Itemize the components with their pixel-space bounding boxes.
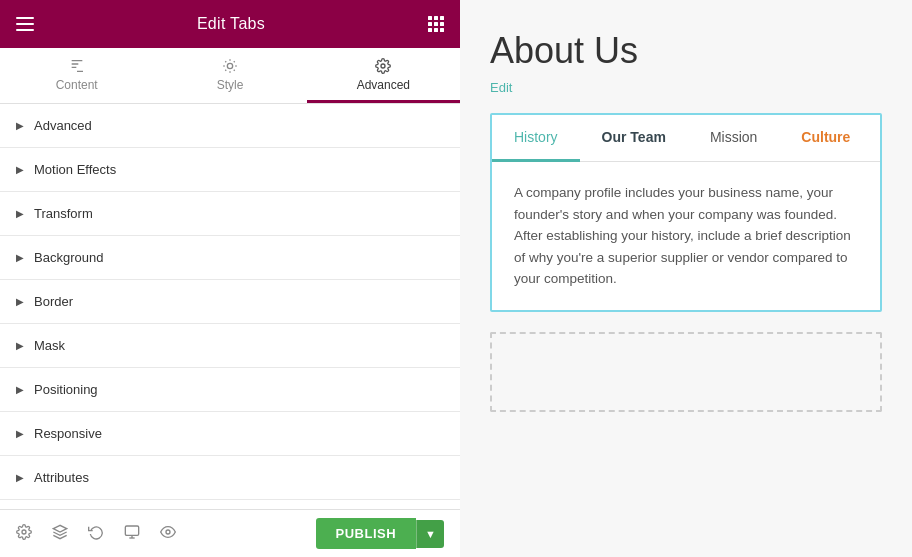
accordion-attributes: ▶ Attributes <box>0 456 460 500</box>
svg-point-13 <box>381 64 385 68</box>
tab-mission[interactable]: Mission <box>688 115 779 162</box>
responsive-icon[interactable] <box>124 524 140 544</box>
tab-content-label: Content <box>56 78 98 92</box>
accordion-list: ▶ Advanced ▶ Motion Effects ▶ Transform … <box>0 104 460 509</box>
accordion-arrow-advanced: ▶ <box>16 120 24 131</box>
dashed-section <box>490 332 882 412</box>
accordion-border: ▶ Border <box>0 280 460 324</box>
accordion-arrow-responsive: ▶ <box>16 428 24 439</box>
accordion-arrow-background: ▶ <box>16 252 24 263</box>
svg-rect-16 <box>125 526 138 535</box>
svg-point-19 <box>166 530 170 534</box>
svg-marker-15 <box>53 525 66 532</box>
right-panel: About Us Edit History Our Team Mission C… <box>460 0 912 557</box>
panel-header: Edit Tabs <box>0 0 460 48</box>
accordion-arrow-motion: ▶ <box>16 164 24 175</box>
accordion-transform-header[interactable]: ▶ Transform <box>0 192 460 235</box>
tab-our-team[interactable]: Our Team <box>580 115 688 162</box>
svg-rect-1 <box>16 23 34 25</box>
panel-bottom: PUBLISH ▼ <box>0 509 460 557</box>
accordion-transform: ▶ Transform <box>0 192 460 236</box>
svg-rect-7 <box>434 22 438 26</box>
accordion-background-header[interactable]: ▶ Background <box>0 236 460 279</box>
accordion-positioning: ▶ Positioning <box>0 368 460 412</box>
accordion-responsive: ▶ Responsive <box>0 412 460 456</box>
page-title: About Us <box>490 30 882 72</box>
accordion-border-label: Border <box>34 294 73 309</box>
bottom-icons <box>16 524 176 544</box>
accordion-positioning-header[interactable]: ▶ Positioning <box>0 368 460 411</box>
accordion-background: ▶ Background <box>0 236 460 280</box>
svg-rect-11 <box>440 28 444 32</box>
tabs-widget: History Our Team Mission Culture A compa… <box>490 113 882 312</box>
svg-point-12 <box>227 63 232 68</box>
settings-icon[interactable] <box>16 524 32 544</box>
hamburger-icon[interactable] <box>16 17 34 31</box>
publish-button[interactable]: PUBLISH <box>316 518 417 549</box>
accordion-mask: ▶ Mask <box>0 324 460 368</box>
svg-rect-8 <box>440 22 444 26</box>
accordion-motion-effects: ▶ Motion Effects <box>0 148 460 192</box>
accordion-attributes-header[interactable]: ▶ Attributes <box>0 456 460 499</box>
panel-title: Edit Tabs <box>197 15 265 33</box>
accordion-mask-header[interactable]: ▶ Mask <box>0 324 460 367</box>
tabs-content-text: A company profile includes your business… <box>514 182 858 290</box>
svg-rect-4 <box>434 16 438 20</box>
grid-icon[interactable] <box>428 16 444 32</box>
accordion-arrow-mask: ▶ <box>16 340 24 351</box>
tab-advanced-label: Advanced <box>357 78 410 92</box>
panel-tabs: Content Style Advanced <box>0 48 460 104</box>
tabs-nav: History Our Team Mission Culture <box>492 115 880 162</box>
layers-icon[interactable] <box>52 524 68 544</box>
publish-group: PUBLISH ▼ <box>316 518 444 549</box>
accordion-background-label: Background <box>34 250 103 265</box>
accordion-arrow-transform: ▶ <box>16 208 24 219</box>
svg-rect-5 <box>440 16 444 20</box>
accordion-arrow-positioning: ▶ <box>16 384 24 395</box>
accordion-advanced-header[interactable]: ▶ Advanced <box>0 104 460 147</box>
accordion-motion-label: Motion Effects <box>34 162 116 177</box>
svg-rect-9 <box>428 28 432 32</box>
accordion-attributes-label: Attributes <box>34 470 89 485</box>
svg-rect-10 <box>434 28 438 32</box>
accordion-responsive-header[interactable]: ▶ Responsive <box>0 412 460 455</box>
accordion-motion-header[interactable]: ▶ Motion Effects <box>0 148 460 191</box>
svg-rect-2 <box>16 29 34 31</box>
accordion-arrow-border: ▶ <box>16 296 24 307</box>
publish-dropdown-button[interactable]: ▼ <box>416 520 444 548</box>
tabs-content: A company profile includes your business… <box>492 162 880 310</box>
tab-advanced[interactable]: Advanced <box>307 48 460 103</box>
accordion-advanced-label: Advanced <box>34 118 92 133</box>
tab-style-label: Style <box>217 78 244 92</box>
accordion-mask-label: Mask <box>34 338 65 353</box>
eye-icon[interactable] <box>160 524 176 544</box>
svg-rect-3 <box>428 16 432 20</box>
tab-culture[interactable]: Culture <box>779 115 872 162</box>
tab-content[interactable]: Content <box>0 48 153 103</box>
history-icon[interactable] <box>88 524 104 544</box>
edit-link[interactable]: Edit <box>490 80 512 95</box>
svg-rect-0 <box>16 17 34 19</box>
accordion-responsive-label: Responsive <box>34 426 102 441</box>
svg-point-14 <box>22 530 26 534</box>
svg-rect-6 <box>428 22 432 26</box>
accordion-positioning-label: Positioning <box>34 382 98 397</box>
tab-history[interactable]: History <box>492 115 580 162</box>
accordion-arrow-attributes: ▶ <box>16 472 24 483</box>
accordion-advanced: ▶ Advanced <box>0 104 460 148</box>
tab-style[interactable]: Style <box>153 48 306 103</box>
accordion-transform-label: Transform <box>34 206 93 221</box>
accordion-border-header[interactable]: ▶ Border <box>0 280 460 323</box>
left-panel: Edit Tabs Content <box>0 0 460 557</box>
